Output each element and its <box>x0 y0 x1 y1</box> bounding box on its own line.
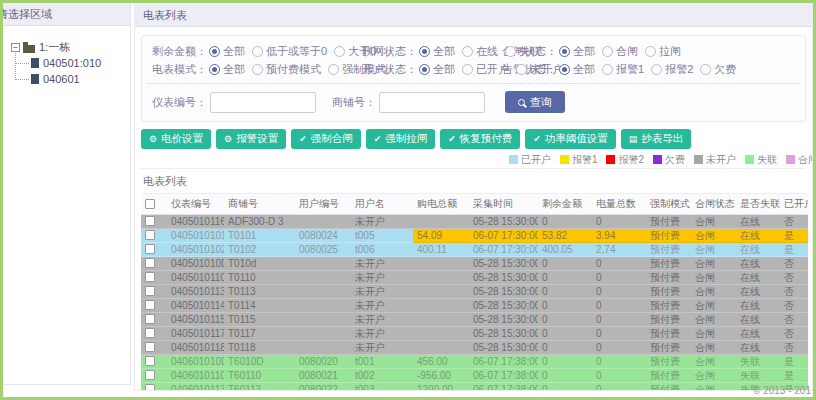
table-cell: 合闸 <box>691 341 736 355</box>
row-checkbox[interactable] <box>145 244 155 254</box>
button-label: 功率阈值设置 <box>545 132 608 146</box>
table-cell: 未开户 <box>351 313 413 327</box>
table-row[interactable]: 0405010118T0118未开户05-28 15:30:0000预付费合闸在… <box>141 341 808 355</box>
table-cell: T0113 <box>224 285 295 299</box>
table-row[interactable]: 0405010115T0115未开户05-28 15:30:0000预付费合闸在… <box>141 313 808 327</box>
table-row[interactable]: 0405010117T0117未开户05-28 15:30:0000预付费合闸在… <box>141 327 808 341</box>
radio-option[interactable]: 全部 <box>559 62 595 77</box>
table-row[interactable]: 0405010102T01020080025t006400.1106-07 17… <box>141 243 808 257</box>
radio-option[interactable]: 全部 <box>209 44 245 59</box>
table-row[interactable]: 0405010114T0114未开户05-28 15:30:0000预付费合闸在… <box>141 299 808 313</box>
radio-option[interactable]: 全部 <box>419 44 455 59</box>
row-checkbox-cell <box>141 243 167 257</box>
table-cell: 预付费 <box>646 369 691 383</box>
tree-node-root[interactable]: −1:一栋 <box>11 40 126 55</box>
restore-prepaid-button[interactable]: ✔恢复预付费 <box>440 129 520 149</box>
legend-label: 已开户 <box>521 153 551 167</box>
power-threshold-setting-button[interactable]: ✔功率阈值设置 <box>525 129 616 149</box>
row-checkbox[interactable] <box>145 300 155 310</box>
table-cell: 0080021 <box>295 369 351 383</box>
tree-node[interactable]: 040501:010 <box>25 55 126 71</box>
row-checkbox[interactable] <box>145 314 155 324</box>
tree-node[interactable]: 040601 <box>25 71 126 87</box>
table-cell: 0 <box>538 313 592 327</box>
radio-icon <box>252 64 263 75</box>
table-cell: 0 <box>538 215 592 229</box>
table-cell: 0 <box>538 369 592 383</box>
column-header: 合闸状态 <box>691 194 736 215</box>
table-cell: 合闸 <box>691 243 736 257</box>
radio-option[interactable]: 在线 <box>462 44 498 59</box>
radio-label: 低于或等于0 <box>266 44 327 59</box>
row-checkbox[interactable] <box>145 384 155 391</box>
meter-no-input[interactable] <box>210 92 316 113</box>
column-header: 商铺号 <box>224 194 295 215</box>
radio-label: 拉闸 <box>659 44 681 59</box>
gear-icon: ⚙ <box>149 134 157 144</box>
row-checkbox[interactable] <box>145 356 155 366</box>
row-checkbox[interactable] <box>145 286 155 296</box>
radio-option[interactable]: 全部 <box>419 62 455 77</box>
legend-label: 报警1 <box>572 153 598 167</box>
table-row[interactable]: 0405010113T0113未开户05-28 15:30:0000预付费合闸在… <box>141 285 808 299</box>
table-cell: 在线 <box>736 285 780 299</box>
radio-option[interactable]: 拉闸 <box>645 44 681 59</box>
radio-icon <box>209 46 220 57</box>
table-cell: 合闸 <box>691 215 736 229</box>
table-cell <box>413 299 469 313</box>
table-cell: 0 <box>592 341 646 355</box>
radio-option[interactable]: 全部 <box>559 44 595 59</box>
table-cell: 预付费 <box>646 299 691 313</box>
force-close-switch-button[interactable]: ✔强制合闸 <box>291 129 361 149</box>
table-cell: 合闸 <box>691 271 736 285</box>
status-legend: 已开户报警1报警2欠费未开户失联合闸 <box>141 154 813 165</box>
check-icon: ✔ <box>374 134 382 144</box>
main-header: 电表列表 <box>135 4 812 27</box>
row-checkbox[interactable] <box>145 342 155 352</box>
sidebar-title: 请选择区域 <box>3 3 52 26</box>
shop-no-input[interactable] <box>379 92 485 113</box>
row-checkbox[interactable] <box>145 258 155 268</box>
search-button[interactable]: 查询 <box>505 91 565 113</box>
radio-option[interactable]: 全部 <box>209 62 245 77</box>
table-row[interactable]: 0406010110T601100080021t002-956.0006-07 … <box>141 369 808 383</box>
table-row[interactable]: 0405010110T0110未开户05-28 15:30:0000预付费合闸在… <box>141 271 808 285</box>
table-cell: 0405010114 <box>167 299 224 313</box>
table-cell <box>295 299 351 313</box>
table-cell: 预付费 <box>646 257 691 271</box>
radio-label: 全部 <box>223 44 245 59</box>
table-row[interactable]: 0406010113T601130080022t0031200.0006-07 … <box>141 383 808 392</box>
radio-option[interactable]: 欠费 <box>700 62 736 77</box>
sidebar-header: 请选择区域 <box>3 3 130 26</box>
table-cell: 预付费 <box>646 229 691 243</box>
alarm-setting-button[interactable]: ⚙报警设置 <box>216 129 286 149</box>
radio-option[interactable]: 低于或等于0 <box>252 44 327 59</box>
table-row[interactable]: 040501010DT010d未开户05-28 15:30:0000预付费合闸在… <box>141 257 808 271</box>
meter-reading-export-button[interactable]: ▤抄表导出 <box>621 129 692 149</box>
row-checkbox[interactable] <box>145 272 155 282</box>
radio-option[interactable]: 报警2 <box>651 62 693 77</box>
table-row[interactable]: 0405010101T01010080024t00554.0906-07 17:… <box>141 229 808 243</box>
radio-icon <box>516 64 527 75</box>
table-cell: T010d <box>224 257 295 271</box>
row-checkbox[interactable] <box>145 230 155 240</box>
table-row[interactable]: 040601010DT6010D0080020t001456.0006-07 1… <box>141 355 808 369</box>
force-open-switch-button[interactable]: ✔强制拉闸 <box>366 129 436 149</box>
radio-icon <box>645 46 656 57</box>
radio-icon <box>559 46 570 57</box>
table-cell: 400.11 <box>413 243 469 257</box>
radio-option[interactable]: 报警1 <box>602 62 644 77</box>
table-cell: T0114 <box>224 299 295 313</box>
row-checkbox[interactable] <box>145 328 155 338</box>
tree-collapse-icon[interactable]: − <box>11 43 20 52</box>
row-checkbox[interactable] <box>145 370 155 380</box>
row-checkbox[interactable] <box>145 216 155 226</box>
price-setting-button[interactable]: ⚙电价设置 <box>141 129 211 149</box>
radio-icon <box>334 46 345 57</box>
radio-option[interactable]: 合闸 <box>602 44 638 59</box>
table-row[interactable]: 0405010116ADF300-D 3未开户05-28 15:30:0000预… <box>141 215 808 229</box>
select-all-checkbox[interactable] <box>145 199 155 209</box>
radio-option[interactable]: 预付费模式 <box>252 62 321 77</box>
table-cell: 合闸 <box>691 229 736 243</box>
radio-icon <box>209 64 220 75</box>
